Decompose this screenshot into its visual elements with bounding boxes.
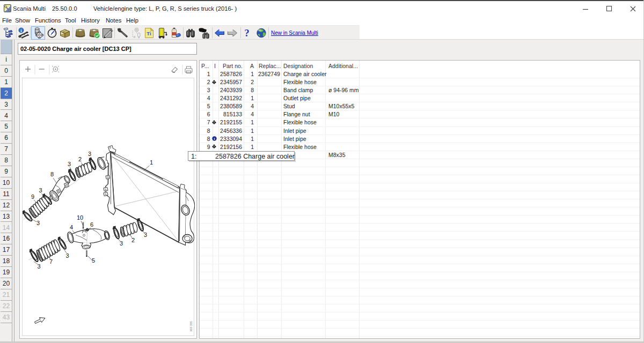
svg-text:4: 4 bbox=[70, 224, 73, 230]
svg-text:10: 10 bbox=[77, 214, 83, 221]
svg-text:Ti: Ti bbox=[147, 31, 151, 36]
svg-text:?: ? bbox=[244, 27, 250, 39]
svg-text:383 355: 383 355 bbox=[189, 321, 193, 332]
svg-text:3: 3 bbox=[39, 187, 42, 193]
svg-text:3: 3 bbox=[88, 151, 91, 157]
svg-text:3: 3 bbox=[68, 161, 71, 167]
svg-text:6: 6 bbox=[90, 221, 93, 228]
svg-text:7: 7 bbox=[49, 258, 53, 265]
svg-text:3: 3 bbox=[144, 232, 147, 238]
svg-text:9: 9 bbox=[31, 193, 34, 200]
svg-text:2: 2 bbox=[78, 156, 82, 162]
svg-text:3: 3 bbox=[65, 252, 69, 259]
svg-text:1: 1 bbox=[150, 159, 153, 166]
svg-text:3: 3 bbox=[36, 220, 40, 226]
svg-text:3: 3 bbox=[37, 263, 40, 270]
svg-text:8: 8 bbox=[50, 171, 54, 177]
